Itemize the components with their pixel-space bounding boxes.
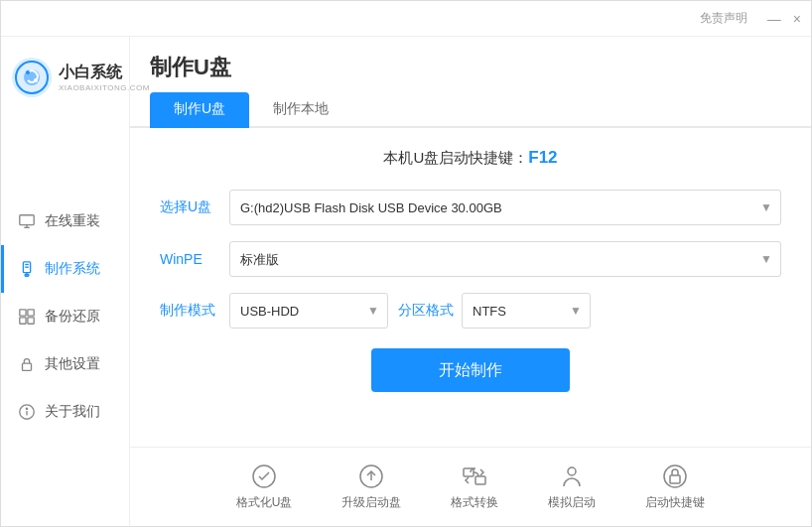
toolbar-item-simulate-boot[interactable]: 模拟启动	[548, 462, 596, 511]
select-usb-label: 选择U盘	[160, 198, 229, 216]
winpe-control[interactable]: 标准版 ▼	[229, 241, 781, 277]
content-header: 制作U盘	[130, 37, 811, 82]
make-mode-label: 制作模式	[160, 302, 229, 320]
shortcut-prefix: 本机U盘启动快捷键：	[383, 149, 528, 166]
make-mode-select[interactable]: USB-HDD	[230, 294, 387, 328]
svg-rect-13	[20, 310, 26, 316]
sidebar-label-online-reinstall: 在线重装	[45, 212, 100, 230]
main-window: 免责声明 — × 小白系统	[0, 0, 812, 527]
svg-point-20	[26, 408, 27, 409]
content-area: 制作U盘 制作U盘 制作本地 本机U盘启动快捷键：F12 选择U盘 G	[130, 37, 811, 526]
tabs-bar: 制作U盘 制作本地	[130, 92, 811, 128]
page-title: 制作U盘	[150, 53, 231, 82]
svg-rect-14	[28, 310, 34, 316]
start-button[interactable]: 开始制作	[371, 348, 570, 392]
sidebar-label-make-system: 制作系统	[45, 260, 100, 278]
logo-icon	[11, 57, 53, 98]
make-mode-control[interactable]: USB-HDD ▼	[229, 293, 388, 329]
sidebar-item-online-reinstall[interactable]: 在线重装	[1, 198, 129, 245]
lock-icon	[17, 354, 37, 374]
svg-rect-5	[20, 215, 34, 225]
disclaimer-link[interactable]: 免责声明	[700, 10, 747, 27]
usb-icon	[17, 259, 37, 279]
info-icon	[17, 402, 37, 422]
sidebar-label-about-us: 关于我们	[45, 403, 100, 421]
select-usb-control[interactable]: G:(hd2)USB Flash Disk USB Device 30.00GB…	[229, 190, 781, 225]
toolbar-label-upgrade-boot: 升级启动盘	[341, 494, 401, 511]
swap-icon	[461, 462, 488, 490]
toolbar-item-format-usb[interactable]: 格式化U盘	[236, 462, 293, 511]
arrow-up-circle-icon	[357, 462, 385, 490]
toolbar-label-simulate-boot: 模拟启动	[548, 494, 596, 511]
svg-point-26	[568, 467, 576, 475]
toolbar-item-boot-shortcut[interactable]: 启动快捷键	[645, 462, 705, 511]
make-mode-row: 制作模式 USB-HDD ▼ 分区格式 NTFS ▼	[160, 293, 781, 329]
sidebar-item-make-system[interactable]: 制作系统	[1, 245, 129, 293]
partition-format-label: 分区格式	[398, 302, 454, 320]
sidebar: 小白系统 XIAOBAIXITONG.COM 在线重装	[1, 37, 130, 526]
window-controls: — ×	[767, 12, 801, 26]
select-usb-row: 选择U盘 G:(hd2)USB Flash Disk USB Device 30…	[160, 190, 781, 225]
sidebar-item-other-settings[interactable]: 其他设置	[1, 340, 129, 388]
winpe-label: WinPE	[160, 251, 229, 267]
lock-circle-icon	[661, 462, 689, 490]
main-layout: 小白系统 XIAOBAIXITONG.COM 在线重装	[1, 37, 811, 526]
toolbar-label-format-convert: 格式转换	[451, 494, 498, 511]
svg-rect-15	[20, 318, 26, 324]
svg-point-4	[34, 78, 38, 82]
logo-area: 小白系统 XIAOBAIXITONG.COM	[1, 47, 129, 118]
tab-make-usb[interactable]: 制作U盘	[150, 92, 249, 128]
toolbar-label-format-usb: 格式化U盘	[236, 494, 293, 511]
winpe-row: WinPE 标准版 ▼	[160, 241, 781, 277]
winpe-select[interactable]: 标准版	[230, 242, 780, 276]
toolbar-item-format-convert[interactable]: 格式转换	[451, 462, 498, 511]
check-circle-icon	[250, 462, 278, 490]
svg-rect-16	[28, 318, 34, 324]
minimize-button[interactable]: —	[767, 12, 781, 26]
close-button[interactable]: ×	[793, 12, 801, 26]
person-icon	[558, 462, 586, 490]
form-area: 本机U盘启动快捷键：F12 选择U盘 G:(hd2)USB Flash Disk…	[130, 128, 811, 447]
sidebar-label-other-settings: 其他设置	[45, 355, 100, 373]
toolbar-label-boot-shortcut: 启动快捷键	[645, 494, 705, 511]
shortcut-key: F12	[528, 148, 557, 167]
monitor-icon	[17, 211, 37, 231]
sidebar-label-backup-restore: 备份还原	[45, 308, 100, 326]
grid-icon	[17, 307, 37, 327]
svg-point-3	[26, 70, 30, 74]
svg-rect-17	[23, 363, 32, 370]
select-usb-select[interactable]: G:(hd2)USB Flash Disk USB Device 30.00GB	[230, 191, 780, 224]
sidebar-item-backup-restore[interactable]: 备份还原	[1, 293, 129, 340]
svg-rect-28	[670, 475, 680, 483]
svg-rect-25	[475, 476, 485, 484]
shortcut-hint: 本机U盘启动快捷键：F12	[160, 148, 781, 168]
toolbar-item-upgrade-boot[interactable]: 升级启动盘	[341, 462, 401, 511]
tab-make-local[interactable]: 制作本地	[249, 92, 352, 128]
partition-format-control[interactable]: NTFS ▼	[462, 293, 591, 329]
sidebar-items: 在线重装 制作系统	[1, 198, 129, 436]
bottom-toolbar: 格式化U盘 升级启动盘	[130, 447, 811, 526]
title-bar: 免责声明 — ×	[1, 1, 811, 37]
sidebar-item-about-us[interactable]: 关于我们	[1, 388, 129, 436]
partition-format-select[interactable]: NTFS	[463, 294, 590, 328]
